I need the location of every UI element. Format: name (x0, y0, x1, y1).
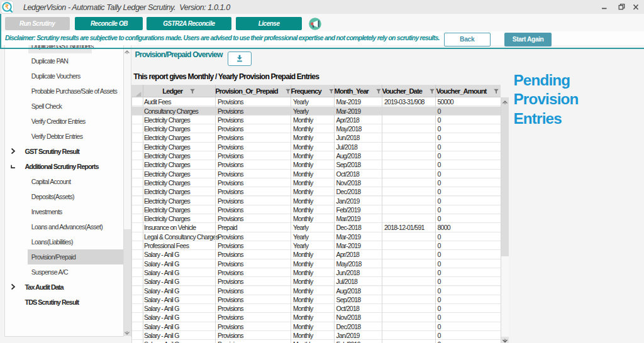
svg-text:₹: ₹ (5, 3, 9, 10)
